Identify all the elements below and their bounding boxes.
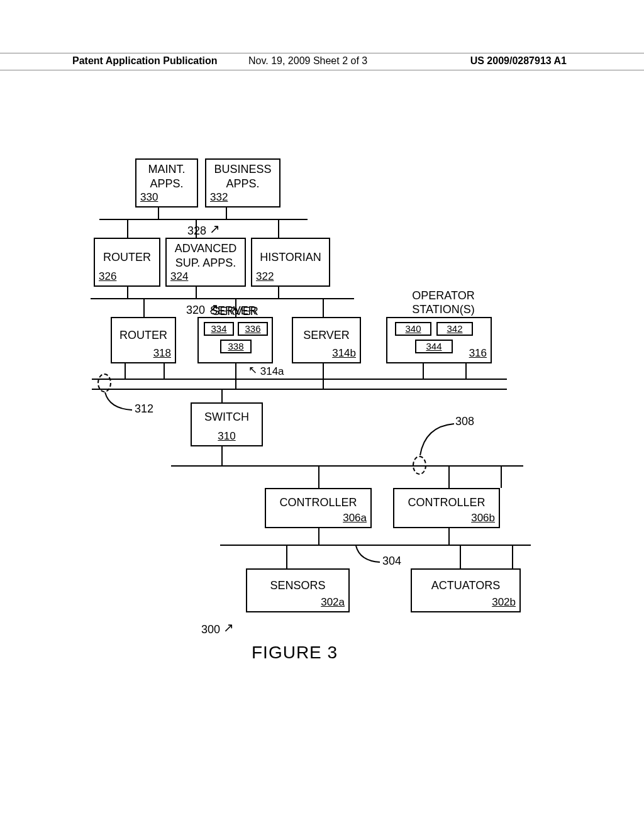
- line: [318, 528, 319, 545]
- box-business-apps: BUSINESS APPS. 332: [205, 158, 280, 208]
- switch-ref: 310: [218, 429, 235, 443]
- line: [465, 363, 467, 379]
- business-apps-line1: BUSINESS: [206, 162, 279, 177]
- box-adv-sup-apps: ADVANCED SUP. APPS. 324: [165, 238, 246, 287]
- server-314a-ref: ↖ 314a: [248, 365, 284, 378]
- historian-label: HISTORIAN: [252, 250, 329, 265]
- adv-line1: ADVANCED: [167, 241, 245, 256]
- line: [125, 363, 126, 379]
- line: [286, 545, 287, 568]
- sensors-ref: 302a: [321, 595, 345, 609]
- router318-ref: 318: [153, 346, 171, 360]
- line: [226, 208, 227, 219]
- line: [448, 465, 450, 488]
- controller-a-ref: 306a: [343, 511, 367, 524]
- router326-label: ROUTER: [95, 250, 159, 265]
- inner-342: 342: [436, 322, 473, 336]
- router326-ref: 326: [99, 270, 116, 283]
- figure-diagram: MAINT. APPS. 330 BUSINESS APPS. 332 328 …: [0, 0, 644, 830]
- business-apps-line2: APPS.: [206, 177, 279, 191]
- line: [460, 545, 461, 568]
- line: [278, 287, 279, 298]
- line: [501, 465, 502, 488]
- box-sensors: SENSORS 302a: [246, 568, 350, 612]
- bus-328: [99, 219, 308, 220]
- box-server-314a: SERVER 334 336 338: [197, 317, 273, 363]
- server-314a-title-label: SERVER: [210, 304, 257, 318]
- controller-b-label: CONTROLLER: [394, 495, 499, 510]
- bus-328-label: 328 ↗: [187, 223, 220, 238]
- router318-label: ROUTER: [112, 328, 175, 343]
- figure-caption: FIGURE 3: [252, 643, 338, 663]
- bus-304-label: 304: [382, 555, 401, 568]
- operator-stations-heading: OPERATOR STATION(S): [387, 289, 500, 316]
- maint-apps-line2: APPS.: [136, 177, 197, 191]
- switch-label: SWITCH: [192, 410, 262, 424]
- business-apps-ref: 332: [210, 191, 228, 204]
- line: [448, 528, 450, 545]
- inner-336: 336: [238, 322, 268, 336]
- bus-312-marker: [97, 374, 111, 392]
- operator316-ref: 316: [469, 346, 487, 360]
- bus-308-label: 308: [455, 415, 474, 428]
- maint-apps-line1: MAINT.: [136, 162, 197, 177]
- inner-344: 344: [415, 340, 453, 353]
- box-controller-306b: CONTROLLER 306b: [393, 488, 500, 528]
- line: [512, 545, 513, 568]
- controller-a-label: CONTROLLER: [266, 495, 370, 510]
- leader-304: [355, 545, 386, 567]
- line: [127, 219, 128, 238]
- line: [221, 389, 223, 402]
- line: [323, 298, 324, 317]
- box-historian: HISTORIAN 322: [251, 238, 330, 287]
- controller-b-ref: 306b: [471, 511, 495, 524]
- line: [143, 298, 145, 317]
- line: [196, 287, 197, 298]
- box-router-318: ROUTER 318: [111, 317, 176, 363]
- sensors-label: SENSORS: [247, 578, 348, 593]
- line: [323, 363, 324, 389]
- bus-312-top: [92, 379, 507, 380]
- bus-308-marker: [413, 456, 426, 475]
- line: [423, 363, 424, 379]
- box-controller-306a: CONTROLLER 306a: [265, 488, 372, 528]
- line: [235, 363, 236, 389]
- bus-308: [171, 465, 523, 467]
- box-maint-apps: MAINT. APPS. 330: [135, 158, 198, 208]
- line: [278, 219, 279, 238]
- leader-312: [102, 391, 140, 416]
- line: [127, 287, 128, 298]
- box-actuators: ACTUATORS 302b: [411, 568, 521, 612]
- line: [221, 446, 223, 465]
- line: [318, 465, 319, 488]
- box-operator-stations: 340 342 344 316: [386, 317, 492, 363]
- overall-ref: 300 ↗: [201, 621, 234, 636]
- adv-ref: 324: [170, 270, 188, 283]
- bus-312-bottom: [92, 389, 507, 390]
- box-router-326: ROUTER 326: [94, 238, 160, 287]
- line: [158, 208, 159, 219]
- actuators-ref: 302b: [492, 595, 516, 609]
- inner-340: 340: [395, 322, 431, 336]
- line: [196, 219, 197, 238]
- bus-312-label: 312: [135, 402, 153, 416]
- inner-334: 334: [204, 322, 234, 336]
- box-server-314b: SERVER 314b: [292, 317, 361, 363]
- inner-338: 338: [220, 340, 252, 353]
- actuators-label: ACTUATORS: [412, 578, 519, 593]
- box-switch: SWITCH 310: [191, 402, 263, 446]
- server314b-ref: 314b: [332, 346, 356, 360]
- line: [164, 363, 165, 379]
- adv-line2: SUP. APPS.: [167, 256, 245, 270]
- bus-320: [91, 298, 354, 299]
- historian-ref: 322: [256, 270, 274, 283]
- server314b-label: SERVER: [293, 328, 360, 343]
- maint-apps-ref: 330: [140, 191, 158, 204]
